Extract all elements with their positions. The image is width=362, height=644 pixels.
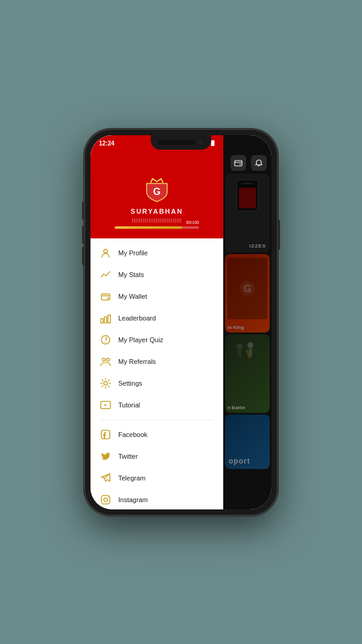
notch <box>151 135 211 150</box>
twitter-icon <box>100 451 111 462</box>
status-time: 12:24 <box>99 140 115 147</box>
instagram-icon <box>100 494 111 505</box>
menu-item-profile[interactable]: My Profile <box>91 242 223 264</box>
menu-item-stats[interactable]: My Stats <box>91 264 223 285</box>
svg-rect-4 <box>101 319 103 323</box>
phone-frame: 12:24 ▐▌ 4G+ ▉ <box>84 129 278 515</box>
app-background: IZZES G lo King <box>223 135 272 509</box>
svg-point-1 <box>104 249 107 253</box>
svg-rect-18 <box>235 161 242 166</box>
profile-label: My Profile <box>118 249 148 257</box>
svg-point-8 <box>105 342 106 343</box>
barcode: ||||||||||||||||||||||||||| <box>132 217 182 223</box>
battery-icon: ▉ <box>211 141 215 146</box>
phone-screen: 12:24 ▐▌ 4G+ ▉ <box>91 135 272 509</box>
screen-content: 12:24 ▐▌ 4G+ ▉ <box>91 135 272 509</box>
svg-rect-6 <box>108 315 110 323</box>
notch-camera <box>198 140 203 145</box>
telegram-icon <box>100 473 111 483</box>
menu-item-tutorial[interactable]: Tutorial <box>91 394 223 416</box>
xp-bar-background <box>115 226 199 229</box>
svg-point-10 <box>107 358 110 361</box>
drawer-nav: My Profile My Stats <box>91 238 223 509</box>
svg-point-17 <box>108 496 109 497</box>
menu-item-wallet[interactable]: My Wallet <box>91 285 223 307</box>
leaderboard-icon <box>100 313 111 324</box>
tutorial-label: Tutorial <box>118 401 140 409</box>
player-quiz-label: My Player Quiz <box>118 336 164 343</box>
notch-pill <box>159 140 195 145</box>
svg-point-11 <box>104 381 107 385</box>
app-topbar <box>223 152 272 174</box>
drawer-header: G SURYABHAN ||||||||||||||||||||||||||| … <box>91 152 223 238</box>
svg-marker-13 <box>104 404 107 406</box>
settings-label: Settings <box>118 380 142 387</box>
xp-bar: 80/100 <box>115 226 199 229</box>
app-logo: G <box>141 171 173 204</box>
menu-divider <box>100 419 214 420</box>
facebook-label: Facebook <box>118 431 147 438</box>
tutorial-icon <box>100 400 111 410</box>
stats-icon <box>100 269 111 280</box>
referrals-label: My Referrals <box>118 358 156 365</box>
player-quiz-icon <box>100 334 111 345</box>
xp-label: 80/100 <box>186 220 199 225</box>
svg-rect-5 <box>104 317 107 323</box>
svg-point-9 <box>103 358 106 361</box>
menu-item-twitter[interactable]: Twitter <box>91 445 223 467</box>
profile-icon <box>100 247 111 258</box>
stats-label: My Stats <box>118 271 144 278</box>
status-bar-right <box>223 135 272 152</box>
user-name: SURYABHAN <box>131 208 183 215</box>
instagram-label: Instagram <box>118 496 148 503</box>
menu-item-facebook[interactable]: Facebook <box>91 424 223 445</box>
xp-bar-fill <box>115 226 182 229</box>
menu-item-instagram[interactable]: Instagram <box>91 489 223 509</box>
menu-item-referrals[interactable]: My Referrals <box>91 351 223 372</box>
svg-rect-2 <box>101 294 110 300</box>
overlay-dim <box>223 135 272 509</box>
svg-point-3 <box>107 297 109 299</box>
bell-topbar-icon[interactable] <box>251 155 267 171</box>
menu-item-player-quiz[interactable]: My Player Quiz <box>91 329 223 351</box>
menu-item-leaderboard[interactable]: Leaderboard <box>91 307 223 329</box>
twitter-label: Twitter <box>118 453 138 460</box>
telegram-label: Telegram <box>118 474 145 482</box>
settings-icon <box>100 378 111 389</box>
wallet-topbar-icon[interactable] <box>230 155 246 171</box>
facebook-icon <box>100 429 111 440</box>
menu-item-telegram[interactable]: Telegram <box>91 467 223 489</box>
drawer-menu: 12:24 ▐▌ 4G+ ▉ <box>91 135 223 509</box>
menu-item-settings[interactable]: Settings <box>91 372 223 394</box>
wallet-label: My Wallet <box>118 293 147 300</box>
referrals-icon <box>100 356 111 367</box>
wallet-icon <box>100 291 111 302</box>
leaderboard-label: Leaderboard <box>118 314 156 322</box>
svg-point-16 <box>104 498 107 502</box>
svg-text:G: G <box>153 187 160 197</box>
svg-point-19 <box>240 164 241 165</box>
